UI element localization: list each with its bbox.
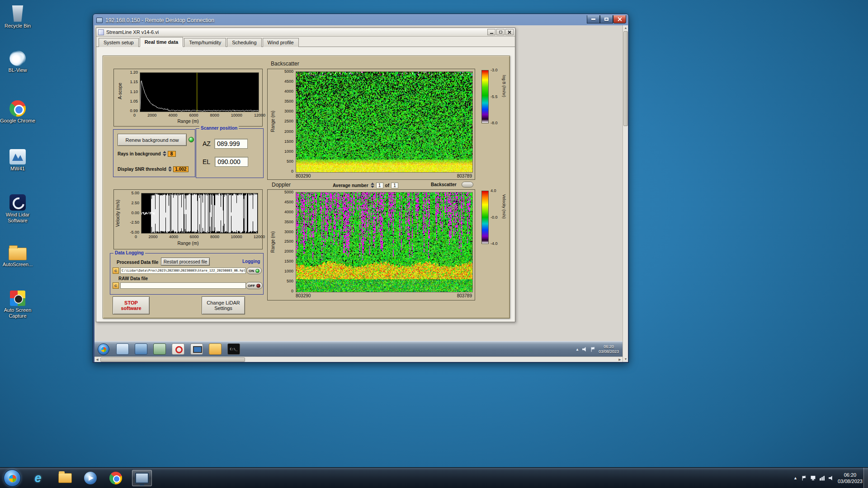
average-spinner[interactable] <box>370 182 374 188</box>
streamline-app-window: StreamLine XR v14-6.vi System setupReal … <box>96 28 515 322</box>
backscatter-toggle-switch[interactable] <box>462 182 473 188</box>
scroll-left-icon[interactable]: ◀ <box>94 357 100 362</box>
chrome-icon <box>109 472 122 484</box>
average-number-value[interactable]: 1 <box>376 183 383 188</box>
start-button[interactable] <box>4 469 21 487</box>
app-close-button[interactable] <box>505 29 514 35</box>
tick-label: 1000 <box>284 269 293 273</box>
rdp-minimize-button[interactable] <box>587 15 600 23</box>
chrome-icon <box>9 100 26 117</box>
remote-clock[interactable]: 06:20 03/08/2023 <box>599 344 619 354</box>
rays-value[interactable]: 8 <box>168 151 176 157</box>
taskbar-clock[interactable]: 06:20 03/08/2023 <box>838 472 863 484</box>
taskbar-internet-explorer[interactable]: e <box>28 470 48 486</box>
taskbar-remote-desktop-active[interactable] <box>132 470 152 486</box>
scroll-right-icon[interactable]: ▶ <box>617 357 623 362</box>
tab-wind-profile[interactable]: Wind profile <box>263 38 299 47</box>
scanner-position-box: Scanner position AZ 089.999 EL 090.000 <box>196 128 264 178</box>
tray-monitor-icon[interactable] <box>811 476 816 481</box>
remote-taskbar-power-app-icon[interactable] <box>172 343 184 355</box>
desktop-icon-mw41[interactable]: MW41 <box>0 149 35 172</box>
velocity-x-ticks: 020004000600080001000012000 <box>135 235 265 239</box>
tick-label: -0.0 <box>491 216 498 220</box>
raw-path-input[interactable] <box>120 282 246 289</box>
change-button-line2: Settings <box>214 305 232 311</box>
rays-spinner[interactable] <box>162 150 166 157</box>
tick-label: 2500 <box>284 119 293 123</box>
desktop-icon-label: Auto Screen Capture <box>0 307 35 319</box>
rdp-close-button[interactable] <box>613 15 626 23</box>
remote-speaker-icon[interactable] <box>582 347 587 352</box>
horizontal-scroll-thumb[interactable] <box>100 357 245 362</box>
backscatter-colorbar-label: log B (/m/sr) <box>502 75 506 97</box>
desktop-icon-wind-lidar[interactable]: Wind Lidar Software <box>0 194 35 224</box>
raw-logging-toggle[interactable]: OFF <box>245 282 263 289</box>
app-title-bar[interactable]: StreamLine XR v14-6.vi <box>96 28 515 37</box>
backscatter-map-group: Range (m) 500045004000350030002500200015… <box>267 69 475 180</box>
minimize-icon <box>591 19 595 20</box>
raw-path-browse-icon[interactable]: C <box>113 282 119 289</box>
recycle-bin-icon <box>10 4 25 22</box>
tray-caret-icon[interactable]: ▲ <box>793 476 797 480</box>
vertical-scroll-thumb[interactable] <box>623 31 628 126</box>
el-value-field[interactable]: 090.000 <box>215 157 248 167</box>
processed-path-input[interactable]: C:\Lidar\Data\Proc\2023\202308\20230803\… <box>120 267 246 274</box>
renew-led-indicator <box>189 137 194 142</box>
show-desktop-button[interactable] <box>863 468 868 488</box>
tick-label: 1.10 <box>130 90 138 94</box>
scroll-down-icon[interactable]: ▼ <box>623 357 628 362</box>
ascope-y-axis-label: A-scope <box>118 83 123 99</box>
processed-path-browse-icon[interactable]: C <box>113 267 119 274</box>
minimize-icon <box>490 33 493 34</box>
rdp-vertical-scrollbar[interactable]: ▲ ▼ <box>623 25 628 362</box>
tray-speaker-icon[interactable] <box>829 476 834 481</box>
remote-flag-icon[interactable] <box>590 347 595 352</box>
tab-real-time-data[interactable]: Real time data <box>140 37 184 47</box>
bl-view-icon <box>9 51 26 66</box>
app-minimize-button[interactable] <box>487 29 495 35</box>
rdp-horizontal-scrollbar[interactable]: ◀ ▶ <box>94 357 623 362</box>
remote-start-button[interactable] <box>98 343 109 355</box>
stop-software-button[interactable]: STOP software <box>113 296 150 314</box>
scroll-up-icon[interactable]: ▲ <box>623 25 628 31</box>
app-restore-button[interactable] <box>496 29 505 35</box>
rdp-title-bar[interactable]: 192.168.0.150 - Remote Desktop Connectio… <box>94 15 627 25</box>
remote-time: 06:20 <box>599 344 619 349</box>
rdp-maximize-button[interactable] <box>600 15 613 23</box>
restart-processed-file-button[interactable]: Restart processed file <box>161 258 210 266</box>
remote-taskbar-explorer-icon[interactable] <box>116 343 129 355</box>
remote-taskbar-cmd-icon[interactable]: C:\_ <box>227 343 240 355</box>
rdp-window-icon <box>96 18 103 23</box>
remote-taskbar-tool-icon[interactable] <box>153 343 166 355</box>
remote-taskbar-folder-icon[interactable] <box>209 343 222 355</box>
snr-threshold-value[interactable]: 1.002 <box>173 166 189 172</box>
ascope-y-ticks: 1.201.151.101.050.99 <box>123 70 138 113</box>
remote-taskbar-capture-icon[interactable] <box>190 343 203 355</box>
tick-label: 4500 <box>284 80 293 84</box>
taskbar-media-player[interactable] <box>80 470 100 486</box>
tick-label: 2000 <box>148 235 157 239</box>
taskbar-file-explorer[interactable] <box>55 470 75 486</box>
tick-label: 4000 <box>168 113 177 117</box>
desktop-icon-recycle-bin[interactable]: Recycle Bin <box>0 4 35 29</box>
az-value-field[interactable]: 089.999 <box>214 139 248 149</box>
remote-taskbar-app-icon[interactable] <box>135 343 147 355</box>
snr-spinner[interactable] <box>168 166 172 172</box>
desktop-icon-google-chrome[interactable]: Google Chrome <box>0 100 35 124</box>
remote-tray-caret-icon[interactable]: ▲ <box>576 347 579 352</box>
tray-flag-icon[interactable] <box>802 476 807 481</box>
change-lidar-settings-button[interactable]: Change LiDAR Settings <box>202 296 245 314</box>
tab-scheduling[interactable]: Scheduling <box>227 38 261 47</box>
desktop-icon-autoscreen-folder[interactable]: AutoScreen... <box>0 244 35 267</box>
backscatter-colorbar-ticks: -3.0-5.5-8.0 <box>491 68 502 125</box>
tab-system-setup[interactable]: System setup <box>99 38 139 47</box>
tab-temp-humidity[interactable]: Temp/humidity <box>184 38 226 47</box>
tick-label: 6000 <box>189 113 198 117</box>
processed-logging-toggle[interactable]: ON <box>246 267 262 274</box>
tray-network-icon[interactable] <box>820 476 825 481</box>
desktop-icon-auto-screen-capture[interactable]: Auto Screen Capture <box>0 291 35 319</box>
tick-label: 3000 <box>284 109 293 113</box>
taskbar-chrome[interactable] <box>106 470 126 486</box>
desktop-icon-bl-view[interactable]: BL-View <box>0 51 35 73</box>
renew-background-button[interactable]: Renew background now <box>118 134 187 146</box>
